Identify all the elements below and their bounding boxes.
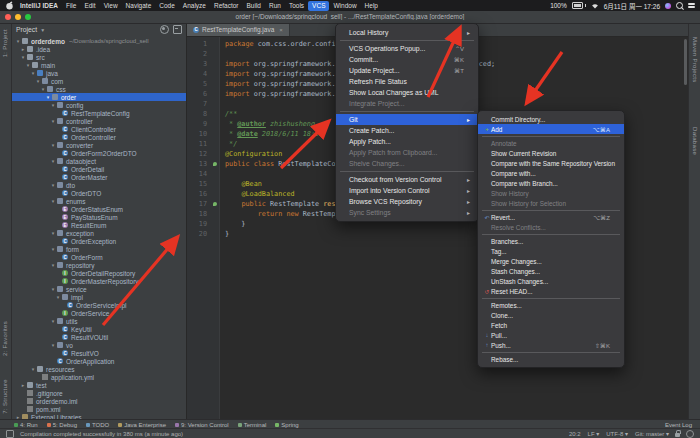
tree-expand-icon[interactable]: ▾ xyxy=(50,102,56,108)
tree-item[interactable]: OrderServiceImpl xyxy=(12,301,186,309)
tree-item[interactable]: ▾ resources xyxy=(12,365,186,373)
tree-item[interactable]: OrderForm2OrderDTO xyxy=(12,149,186,157)
editor-tab[interactable]: RestTemplateConfig.java × xyxy=(187,23,290,36)
tree-item[interactable]: ▾ java xyxy=(12,69,186,77)
tool-window-button[interactable]: 9: Version Control xyxy=(175,422,229,428)
menu-item[interactable]: Update Project... ⌘T xyxy=(336,65,478,76)
menu-item[interactable]: Create Patch... xyxy=(336,125,478,136)
menu-item[interactable]: Shelve Changes... xyxy=(336,158,478,169)
gutter-bean-icon[interactable] xyxy=(211,219,219,229)
gutter-bean-icon[interactable] xyxy=(211,89,219,99)
gutter-bean-icon[interactable] xyxy=(211,209,219,219)
tree-expand-icon[interactable]: ▾ xyxy=(25,62,31,68)
menu-item[interactable]: VCS Operations Popup... ⌃V xyxy=(336,43,478,54)
menu-item[interactable]: Compare with Branch... xyxy=(478,178,624,188)
menu-item[interactable]: Resolve Conflicts... xyxy=(478,222,624,232)
menubar-item[interactable]: Build xyxy=(243,1,265,11)
menu-item[interactable]: Integrate Project... xyxy=(336,98,478,109)
gutter-bean-icon[interactable] xyxy=(211,79,219,89)
tool-button-maven[interactable]: Maven Projects xyxy=(692,37,698,83)
tree-item[interactable]: OrderException xyxy=(12,237,186,245)
menu-item[interactable]: Local History xyxy=(336,27,478,38)
tree-item[interactable]: orderdemo.iml xyxy=(12,397,186,405)
gutter-bean-icon[interactable] xyxy=(211,199,219,209)
tree-item[interactable]: ▸ .idea xyxy=(12,45,186,53)
gutter-bean-icon[interactable] xyxy=(211,49,219,59)
tree-expand-icon[interactable]: ▾ xyxy=(50,230,56,236)
close-tab-icon[interactable]: × xyxy=(279,27,283,33)
tree-item[interactable]: ▾ orderdemo ~/Downloads/springcloud_sell xyxy=(12,37,186,45)
tree-item[interactable]: application.yml xyxy=(12,373,186,381)
tree-item[interactable]: PayStatusEnum xyxy=(12,213,186,221)
gutter-bean-icon[interactable] xyxy=(211,99,219,109)
menu-item[interactable]: ↺ Reset HEAD... xyxy=(478,286,624,296)
tree-item[interactable]: ▾ src xyxy=(12,53,186,61)
status-widget[interactable]: 20:2 xyxy=(569,431,581,437)
menu-item[interactable]: Compare with the Same Repository Version xyxy=(478,158,624,168)
tool-window-button[interactable]: 4: Run xyxy=(14,422,38,428)
siri-icon[interactable] xyxy=(665,3,671,9)
tree-item[interactable]: ▾ repository xyxy=(12,261,186,269)
tree-item[interactable]: ▾ config xyxy=(12,101,186,109)
menu-item[interactable]: Apply Patch from Clipboard... xyxy=(336,147,478,158)
tree-item[interactable]: ResultVOUtil xyxy=(12,333,186,341)
menubar-item[interactable]: Help xyxy=(361,1,382,11)
tree-item[interactable]: OrderForm xyxy=(12,253,186,261)
control-center-icon[interactable] xyxy=(688,3,695,8)
tree-item[interactable]: ClientController xyxy=(12,125,186,133)
tool-button-structure[interactable]: 7: Structure xyxy=(2,379,8,414)
editor-scrollbar[interactable] xyxy=(684,39,687,85)
gutter-bean-icon[interactable] xyxy=(211,149,219,159)
menu-item[interactable]: ↑ Push... ⇧⌘K xyxy=(478,340,624,350)
gutter-bean-icon[interactable] xyxy=(211,169,219,179)
tool-window-button[interactable]: Spring xyxy=(275,422,298,428)
tree-expand-icon[interactable]: ▾ xyxy=(15,38,21,44)
tree-expand-icon[interactable]: ▾ xyxy=(45,94,51,100)
tool-button-favorites[interactable]: 2: Favorites xyxy=(2,321,8,356)
status-widget[interactable]: Git: master ▾ xyxy=(635,430,669,437)
project-panel-title[interactable]: Project xyxy=(16,26,37,33)
menu-item[interactable]: Apply Patch... xyxy=(336,136,478,147)
menu-item[interactable]: ↓ Pull... xyxy=(478,330,624,340)
tool-window-button[interactable]: Java Enterprise xyxy=(118,422,166,428)
menu-item[interactable]: Commit... ⌘K xyxy=(336,54,478,65)
tree-expand-icon[interactable]: ▾ xyxy=(50,198,56,204)
gutter-bean-icon[interactable] xyxy=(211,139,219,149)
gutter-bean-icon[interactable] xyxy=(211,119,219,129)
menu-item[interactable]: Show History for Selection xyxy=(478,198,624,208)
chevron-down-icon[interactable]: ▼ xyxy=(40,27,45,33)
toggle-toolwindows-icon[interactable] xyxy=(6,430,14,438)
tree-item[interactable]: OrderStatusEnum xyxy=(12,205,186,213)
tree-expand-icon[interactable]: ▾ xyxy=(20,54,26,60)
menubar-item[interactable]: Run xyxy=(265,1,285,11)
tree-expand-icon[interactable]: ▸ xyxy=(20,46,26,52)
lock-icon[interactable] xyxy=(675,433,680,437)
menu-item[interactable]: ↶ Revert... ⌥⌘Z xyxy=(478,212,624,222)
tree-item[interactable]: ▾ converter xyxy=(12,141,186,149)
menubar-item[interactable]: Edit xyxy=(80,1,99,11)
menubar-clock[interactable]: 6月11日 周一 17:26 xyxy=(604,1,660,11)
tree-item[interactable]: ▾ controller xyxy=(12,117,186,125)
tree-item[interactable]: OrderDetail xyxy=(12,165,186,173)
gutter-bean-icon[interactable] xyxy=(211,179,219,189)
tree-expand-icon[interactable]: ▾ xyxy=(50,246,56,252)
memory-indicator-icon[interactable] xyxy=(686,430,694,438)
tree-item[interactable]: ▾ order xyxy=(12,93,186,101)
tree-item[interactable]: ▾ exception xyxy=(12,229,186,237)
menu-item[interactable]: Show Local Changes as UML xyxy=(336,87,478,98)
menu-item[interactable]: Tag... xyxy=(478,246,624,256)
tree-expand-icon[interactable]: ▾ xyxy=(50,262,56,268)
tree-item[interactable]: OrderMasterRepository xyxy=(12,277,186,285)
tree-expand-icon[interactable]: ▾ xyxy=(35,78,41,84)
menu-item[interactable]: Compare with... xyxy=(478,168,624,178)
tree-item[interactable]: ▾ enums xyxy=(12,197,186,205)
menu-item[interactable]: Sync Settings xyxy=(336,207,478,218)
menu-item[interactable]: Fetch xyxy=(478,320,624,330)
spotlight-icon[interactable] xyxy=(676,2,683,9)
gutter-bean-icon[interactable] xyxy=(211,189,219,199)
menu-item[interactable]: Stash Changes... xyxy=(478,266,624,276)
tree-item[interactable]: OrderDetailRepository xyxy=(12,269,186,277)
status-widget[interactable]: UTF-8 ▾ xyxy=(606,430,628,437)
tree-expand-icon[interactable]: ▾ xyxy=(50,142,56,148)
gutter-bean-icon[interactable] xyxy=(211,39,219,49)
